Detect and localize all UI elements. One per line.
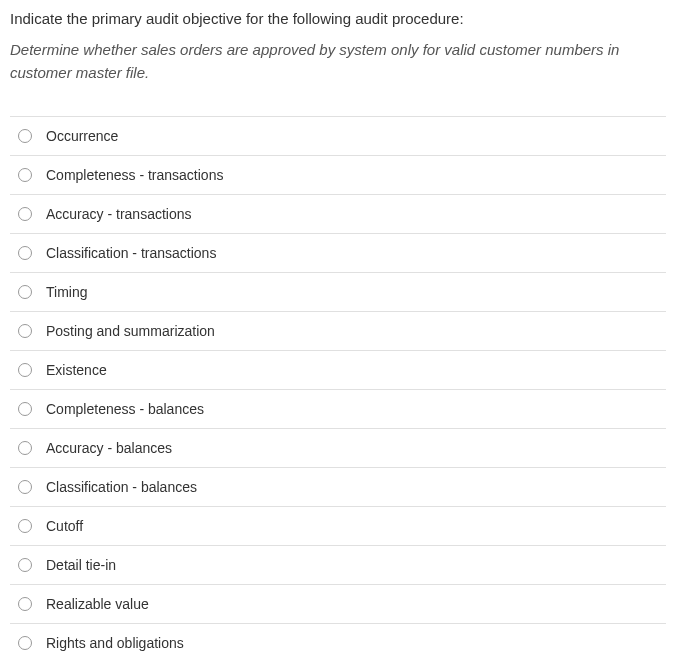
question-stem: Indicate the primary audit objective for… — [10, 8, 666, 29]
option-row[interactable]: Posting and summarization — [10, 312, 666, 351]
option-label: Realizable value — [46, 596, 149, 612]
option-row[interactable]: Accuracy - balances — [10, 429, 666, 468]
radio-icon — [18, 441, 32, 455]
radio-icon — [18, 285, 32, 299]
option-label: Existence — [46, 362, 107, 378]
option-row[interactable]: Classification - transactions — [10, 234, 666, 273]
option-label: Detail tie-in — [46, 557, 116, 573]
option-row[interactable]: Detail tie-in — [10, 546, 666, 585]
option-label: Posting and summarization — [46, 323, 215, 339]
option-label: Accuracy - transactions — [46, 206, 192, 222]
radio-icon — [18, 168, 32, 182]
option-row[interactable]: Completeness - balances — [10, 390, 666, 429]
option-row[interactable]: Cutoff — [10, 507, 666, 546]
radio-icon — [18, 402, 32, 416]
option-label: Timing — [46, 284, 88, 300]
option-label: Completeness - balances — [46, 401, 204, 417]
radio-icon — [18, 207, 32, 221]
option-label: Occurrence — [46, 128, 118, 144]
radio-icon — [18, 519, 32, 533]
radio-icon — [18, 363, 32, 377]
option-row[interactable]: Existence — [10, 351, 666, 390]
question-procedure: Determine whether sales orders are appro… — [10, 39, 666, 84]
option-label: Cutoff — [46, 518, 83, 534]
option-label: Classification - balances — [46, 479, 197, 495]
option-row[interactable]: Accuracy - transactions — [10, 195, 666, 234]
radio-icon — [18, 129, 32, 143]
option-row[interactable]: Rights and obligations — [10, 624, 666, 652]
option-label: Rights and obligations — [46, 635, 184, 651]
option-label: Classification - transactions — [46, 245, 216, 261]
radio-icon — [18, 636, 32, 650]
option-row[interactable]: Realizable value — [10, 585, 666, 624]
option-row[interactable]: Occurrence — [10, 117, 666, 156]
radio-icon — [18, 558, 32, 572]
option-row[interactable]: Completeness - transactions — [10, 156, 666, 195]
radio-icon — [18, 246, 32, 260]
radio-icon — [18, 597, 32, 611]
option-label: Accuracy - balances — [46, 440, 172, 456]
option-row[interactable]: Classification - balances — [10, 468, 666, 507]
radio-icon — [18, 324, 32, 338]
option-label: Completeness - transactions — [46, 167, 223, 183]
radio-icon — [18, 480, 32, 494]
options-list: Occurrence Completeness - transactions A… — [10, 116, 666, 652]
option-row[interactable]: Timing — [10, 273, 666, 312]
